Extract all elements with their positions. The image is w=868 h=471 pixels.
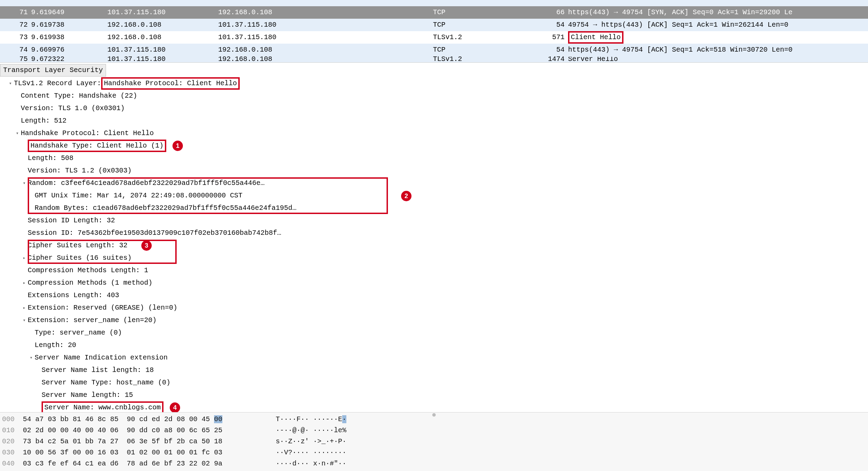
hex-bytes: 54 a7 03 bb 81 46 8c 85 90 cd ed 2d 08 0… xyxy=(23,414,276,425)
hex-bytes: 10 00 56 3f 00 00 16 03 01 02 00 01 00 0… xyxy=(23,447,276,458)
hex-row[interactable]: 02073 b4 c2 5a 01 bb 7a 27 06 3e 5f bf 2… xyxy=(0,436,868,447)
hex-bytes: 02 2d 00 00 40 00 40 06 90 dd c0 a8 00 6… xyxy=(23,425,276,436)
handshake-header[interactable]: Handshake Protocol: Client Hello xyxy=(0,127,868,140)
pkt-prot: TCP xyxy=(433,7,530,18)
hex-ascii: ··V?···· ········ xyxy=(276,447,346,458)
hex-row[interactable]: 03010 00 56 3f 00 00 16 03 01 02 00 01 0… xyxy=(0,447,868,458)
pkt-time: 9.619938 xyxy=(31,32,107,43)
hex-bytes: 73 b4 c2 5a 01 bb 7a 27 06 3e 5f bf 2b c… xyxy=(23,436,276,447)
table-row[interactable]: 739.619938192.168.0.108101.37.115.180TLS… xyxy=(0,31,868,44)
hex-offset: 000 xyxy=(2,414,23,425)
sni-server-name[interactable]: Server Name: www.cnblogs.com4 xyxy=(0,401,868,412)
chevron-right-icon[interactable] xyxy=(21,302,28,314)
table-row[interactable]: 729.619738192.168.0.108101.37.115.180TCP… xyxy=(0,19,868,31)
table-row[interactable]: 719.619649101.37.115.180192.168.0.108TCP… xyxy=(0,6,868,19)
record-prefix: TLSv1.2 Record Layer: xyxy=(14,77,101,90)
hex-offset: 010 xyxy=(2,425,23,436)
pkt-no: 75 xyxy=(12,57,31,62)
extension-server-name[interactable]: Extension: server_name (len=20) xyxy=(0,314,868,327)
pkt-src: 192.168.0.108 xyxy=(107,19,218,31)
pkt-dst: 192.168.0.108 xyxy=(218,44,433,56)
hex-row[interactable]: 01002 2d 00 00 40 00 40 06 90 dd c0 a8 0… xyxy=(0,425,868,436)
pkt-info: 49754 → https(443) [ACK] Seq=1 Ack=1 Win… xyxy=(568,19,868,31)
pkt-len: 54 xyxy=(530,44,568,56)
pkt-len: 571 xyxy=(530,32,568,43)
record-layer[interactable]: TLSv1.2 Record Layer: Handshake Protocol… xyxy=(0,77,868,90)
chevron-down-icon[interactable] xyxy=(21,314,28,327)
hex-offset: 030 xyxy=(2,447,23,458)
pkt-time: 9.669976 xyxy=(31,44,107,56)
version-record[interactable]: Version: TLS 1.0 (0x0301) xyxy=(0,102,868,115)
hex-ascii: s··Z··z' ·>_·+·P· xyxy=(276,436,346,447)
cipher-suites-length[interactable]: Cipher Suites Length: 323 xyxy=(0,239,868,252)
sni-list-length[interactable]: Server Name list length: 18 xyxy=(0,364,868,376)
pkt-info: https(443) → 49754 [SYN, ACK] Seq=0 Ack=… xyxy=(568,7,868,18)
length-record[interactable]: Length: 512 xyxy=(0,115,868,127)
pkt-prot: TLSv1.2 xyxy=(433,32,530,43)
extension-grease[interactable]: Extension: Reserved (GREASE) (len=0) xyxy=(0,302,868,314)
gmt-time[interactable]: GMT Unix Time: Mar 14, 2074 22:49:08.000… xyxy=(0,189,868,202)
sni-name-type[interactable]: Server Name Type: host_name (0) xyxy=(0,376,868,389)
table-row[interactable]: 749.669976101.37.115.180192.168.0.108TCP… xyxy=(0,44,868,56)
pkt-src: 101.37.115.180 xyxy=(107,44,218,56)
extensions-length[interactable]: Extensions Length: 403 xyxy=(0,289,868,302)
details-header: Transport Layer Security xyxy=(0,64,106,77)
hex-bytes: 03 c3 fe ef 64 c1 ea d6 78 ad 6e bf 23 2… xyxy=(23,458,276,469)
compression-methods[interactable]: Compression Methods (1 method) xyxy=(0,277,868,289)
chevron-right-icon[interactable] xyxy=(21,277,28,289)
hex-offset: 020 xyxy=(2,436,23,447)
chevron-down-icon[interactable] xyxy=(28,352,35,364)
packet-list[interactable]: 719.619649101.37.115.180192.168.0.108TCP… xyxy=(0,0,868,63)
pkt-len: 1474 xyxy=(530,57,568,62)
cipher-suites[interactable]: Cipher Suites (16 suites) xyxy=(0,252,868,264)
sni-extension[interactable]: Server Name Indication extension xyxy=(0,352,868,364)
sni-name-length[interactable]: Server Name length: 15 xyxy=(0,389,868,401)
chevron-down-icon[interactable] xyxy=(7,77,14,90)
pkt-len: 54 xyxy=(530,19,568,31)
drag-handle-icon[interactable] xyxy=(432,413,436,417)
table-row[interactable]: 75 9.672322 101.37.115.180 192.168.0.108… xyxy=(0,56,868,62)
compression-methods-length[interactable]: Compression Methods Length: 1 xyxy=(0,264,868,277)
pkt-no: 73 xyxy=(12,32,31,43)
pkt-info: Server Hello xyxy=(568,57,868,62)
pkt-dst: 101.37.115.180 xyxy=(218,19,433,31)
packet-bytes[interactable]: 00054 a7 03 bb 81 46 8c 85 90 cd ed 2d 0… xyxy=(0,412,868,471)
handshake-type[interactable]: Handshake Type: Client Hello (1)1 xyxy=(0,140,868,152)
pkt-no: 74 xyxy=(12,44,31,56)
record-box: Handshake Protocol: Client Hello xyxy=(101,77,240,90)
random[interactable]: Random: c3feef64c1ead678ad6ebf2322029ad7… xyxy=(0,177,868,189)
annotation-badge-1: 1 xyxy=(172,141,183,151)
pkt-time: 9.619649 xyxy=(31,7,107,18)
handshake-version[interactable]: Version: TLS 1.2 (0x0303) xyxy=(0,165,868,177)
handshake-length[interactable]: Length: 508 xyxy=(0,152,868,165)
pkt-time: 9.672322 xyxy=(31,57,107,62)
annotation-badge-3: 3 xyxy=(141,240,152,251)
hex-row[interactable]: 04003 c3 fe ef 64 c1 ea d6 78 ad 6e bf 2… xyxy=(0,458,868,469)
session-id-length[interactable]: Session ID Length: 32 xyxy=(0,214,868,227)
annotation-box-info: Client Hello xyxy=(568,31,623,44)
pkt-src: 101.37.115.180 xyxy=(107,7,218,18)
sni-length[interactable]: Length: 20 xyxy=(0,339,868,352)
packet-details[interactable]: Transport Layer Security TLSv1.2 Record … xyxy=(0,63,868,412)
random-bytes[interactable]: Random Bytes: c1ead678ad6ebf2322029ad7bf… xyxy=(0,202,868,214)
pkt-no: 72 xyxy=(12,19,31,31)
hex-ascii: ·-··@·@· ·····le% xyxy=(276,425,346,436)
table-row[interactable] xyxy=(0,0,868,6)
pkt-info: https(443) → 49754 [ACK] Seq=1 Ack=518 W… xyxy=(568,44,868,56)
pkt-dst: 101.37.115.180 xyxy=(218,32,433,43)
content-type[interactable]: Content Type: Handshake (22) xyxy=(0,90,868,102)
pkt-dst: 192.168.0.108 xyxy=(218,7,433,18)
pkt-prot: TCP xyxy=(433,44,530,56)
pkt-len: 66 xyxy=(530,7,568,18)
chevron-right-icon[interactable] xyxy=(21,252,28,264)
sni-type[interactable]: Type: server_name (0) xyxy=(0,327,868,339)
pkt-time: 9.619738 xyxy=(31,19,107,31)
annotation-badge-4: 4 xyxy=(170,402,180,412)
session-id[interactable]: Session ID: 7e54362bf0e19503d0137909c107… xyxy=(0,227,868,239)
hex-ascii: T····F·· ···-··E· xyxy=(276,414,346,425)
chevron-down-icon[interactable] xyxy=(21,177,28,189)
chevron-down-icon[interactable] xyxy=(14,127,21,140)
pkt-info: Client Hello xyxy=(568,31,868,44)
pkt-src: 192.168.0.108 xyxy=(107,32,218,43)
hex-offset: 040 xyxy=(2,458,23,469)
